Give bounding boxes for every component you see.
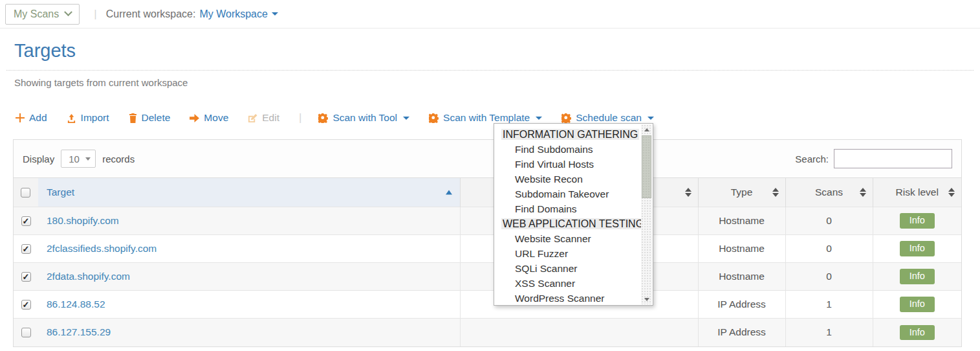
dropdown-item[interactable]: SQLi Scanner bbox=[494, 261, 642, 276]
page-subtitle: Showing targets from current workspace bbox=[14, 77, 980, 88]
move-button[interactable]: Move bbox=[190, 112, 228, 124]
type-header-label: Type bbox=[731, 187, 753, 198]
dropdown-item[interactable]: Subdomain Takeover bbox=[494, 187, 642, 201]
dropdown-item[interactable]: Website Recon bbox=[494, 172, 642, 187]
workspace-selector[interactable]: My Workspace bbox=[199, 8, 278, 20]
dropdown-item[interactable]: Website Scanner bbox=[494, 231, 642, 246]
edit-button[interactable]: Edit bbox=[248, 112, 279, 124]
column-header-risk[interactable]: Risk level bbox=[873, 178, 961, 207]
caret-down-icon bbox=[272, 12, 278, 16]
sort-both-icon bbox=[685, 188, 691, 197]
workspace-name: My Workspace bbox=[199, 8, 268, 20]
hidden-cell bbox=[460, 319, 698, 346]
risk-badge: Info bbox=[900, 241, 935, 256]
gear-icon bbox=[561, 113, 571, 123]
type-cell: Hostname bbox=[698, 207, 785, 235]
select-all-checkbox[interactable] bbox=[21, 188, 30, 198]
dropdown-item[interactable]: WordPress Scanner bbox=[494, 291, 642, 306]
target-link[interactable]: 180.shopify.com bbox=[47, 215, 119, 226]
delete-button[interactable]: Delete bbox=[129, 112, 171, 124]
scan-with-template-label: Scan with Template bbox=[443, 112, 530, 124]
dropdown-item[interactable]: Find Subdomains bbox=[494, 142, 642, 157]
search-control: Search: bbox=[795, 149, 952, 168]
caret-down-icon bbox=[536, 117, 542, 120]
row-checkbox[interactable]: ✓ bbox=[21, 300, 31, 310]
table-header-row: Target Type Scans Risk level bbox=[14, 178, 961, 207]
dropdown-item[interactable]: Find Virtual Hosts bbox=[494, 157, 642, 172]
schedule-scan-label: Schedule scan bbox=[576, 112, 642, 124]
dropdown-item[interactable]: Find Domains bbox=[494, 201, 642, 216]
caret-down-icon bbox=[403, 117, 409, 120]
risk-badge: Info bbox=[900, 269, 935, 284]
display-label: Display bbox=[23, 153, 54, 164]
dotted-divider bbox=[6, 70, 974, 71]
sort-both-icon bbox=[860, 188, 866, 197]
scrollbar-thumb[interactable] bbox=[642, 135, 651, 198]
dropdown-group-header: WEB APPLICATION TESTING bbox=[494, 216, 642, 231]
chevron-down-icon bbox=[64, 8, 72, 16]
my-scans-dropdown-button[interactable]: My Scans bbox=[5, 4, 80, 25]
trash-icon bbox=[129, 113, 137, 123]
table-row: ✓ 180.shopify.com Hostname 0 Info bbox=[14, 207, 961, 235]
targets-table-widget: Display 10 records Search: Target bbox=[13, 139, 962, 347]
my-scans-label: My Scans bbox=[14, 8, 59, 20]
risk-badge: Info bbox=[900, 213, 935, 229]
schedule-scan-dropdown-panel: INFORMATION GATHERING Find Subdomains Fi… bbox=[494, 123, 653, 306]
caret-down-icon bbox=[85, 157, 91, 161]
column-header-type[interactable]: Type bbox=[698, 178, 785, 207]
target-link[interactable]: 2fdata.shopify.com bbox=[47, 271, 130, 282]
caret-down-icon bbox=[648, 117, 654, 120]
table-row: ✓ 86.124.88.52 IP Address 1 Info bbox=[14, 291, 961, 319]
scrollbar-down-icon[interactable] bbox=[641, 294, 652, 304]
delete-label: Delete bbox=[142, 112, 171, 124]
page-size-select[interactable]: 10 bbox=[61, 150, 96, 168]
search-label: Search: bbox=[795, 153, 829, 164]
scans-cell: 1 bbox=[785, 291, 873, 319]
row-checkbox[interactable]: ✓ bbox=[21, 244, 31, 254]
column-header-target[interactable]: Target bbox=[38, 178, 460, 207]
workspace-label: Current workspace: bbox=[106, 8, 196, 20]
import-button[interactable]: Import bbox=[67, 112, 109, 124]
scans-cell: 0 bbox=[785, 235, 873, 263]
row-checkbox[interactable]: ✓ bbox=[21, 216, 31, 226]
records-label: records bbox=[102, 153, 135, 164]
add-button[interactable]: Add bbox=[16, 112, 47, 124]
target-link[interactable]: 86.127.155.29 bbox=[47, 326, 111, 337]
targets-table: Target Type Scans Risk level bbox=[14, 177, 961, 346]
gear-icon bbox=[429, 113, 439, 123]
top-bar: My Scans | Current workspace: My Workspa… bbox=[0, 0, 980, 28]
scans-cell: 1 bbox=[785, 319, 873, 346]
import-label: Import bbox=[81, 112, 109, 124]
schedule-scan-dropdown-button[interactable]: Schedule scan bbox=[561, 112, 654, 124]
targets-toolbar: Add Import Delete Move Edit | Scan with … bbox=[16, 111, 980, 124]
row-checkbox[interactable]: ✓ bbox=[21, 272, 31, 282]
table-row: ✓ 2fclassifieds.shopify.com Hostname 0 I… bbox=[14, 235, 961, 263]
topbar-divider: | bbox=[94, 8, 96, 21]
row-checkbox[interactable] bbox=[21, 328, 31, 337]
page-size-value: 10 bbox=[69, 153, 80, 164]
arrow-right-icon bbox=[190, 114, 199, 122]
risk-header-label: Risk level bbox=[896, 187, 939, 198]
page-title: Targets bbox=[14, 40, 980, 62]
table-controls: Display 10 records Search: bbox=[14, 140, 961, 177]
dropdown-item[interactable]: URL Fuzzer bbox=[494, 246, 642, 261]
edit-pencil-icon bbox=[248, 113, 257, 123]
scrollbar-up-icon[interactable] bbox=[641, 124, 652, 135]
dropdown-item[interactable]: XSS Scanner bbox=[494, 276, 642, 291]
type-cell: IP Address bbox=[698, 319, 785, 346]
search-input[interactable] bbox=[834, 149, 952, 168]
target-link[interactable]: 86.124.88.52 bbox=[47, 299, 105, 310]
target-header-label: Target bbox=[47, 187, 74, 198]
target-link[interactable]: 2fclassifieds.shopify.com bbox=[47, 243, 157, 254]
toolbar-divider: | bbox=[299, 111, 301, 124]
scan-with-template-dropdown-button[interactable]: Scan with Template bbox=[429, 112, 542, 124]
page-size-control: Display 10 records bbox=[23, 150, 135, 168]
edit-label: Edit bbox=[262, 112, 279, 124]
dropdown-scrollbar[interactable] bbox=[641, 124, 652, 304]
scan-with-tool-dropdown-button[interactable]: Scan with Tool bbox=[318, 112, 409, 124]
column-header-scans[interactable]: Scans bbox=[785, 178, 873, 207]
scans-cell: 0 bbox=[785, 263, 873, 291]
dropdown-group-header: INFORMATION GATHERING bbox=[494, 127, 642, 142]
type-cell: Hostname bbox=[698, 235, 785, 263]
add-label: Add bbox=[29, 112, 47, 124]
